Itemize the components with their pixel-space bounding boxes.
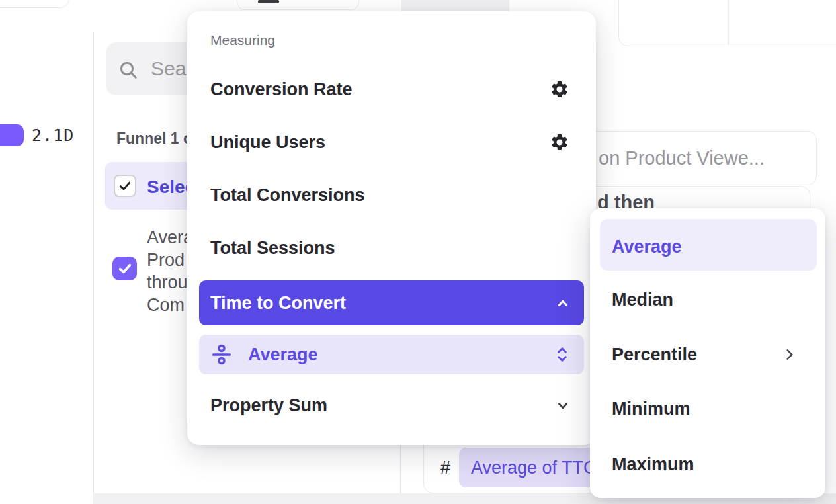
number-type-prefix: # xyxy=(440,458,450,478)
top-right-card-divider xyxy=(728,0,729,45)
metric-line: Com xyxy=(147,294,193,316)
divide-icon xyxy=(211,344,232,365)
agg-item-average[interactable]: Average xyxy=(590,233,825,260)
aggregation-submenu: Average Median Percentile Minimum Maximu… xyxy=(590,208,825,498)
chevron-right-icon xyxy=(783,347,796,362)
checkmark-icon xyxy=(117,261,133,276)
gear-icon[interactable] xyxy=(550,132,569,152)
chevron-down-icon xyxy=(556,400,569,412)
metric-checkbox[interactable] xyxy=(112,257,137,280)
metric-line: throu xyxy=(147,271,193,294)
left-column-divider xyxy=(93,32,94,504)
toolbar-icon-fragment xyxy=(258,0,279,3)
series-badge: 2.1D xyxy=(32,126,74,145)
metric-line: Avera xyxy=(147,226,193,249)
metric-line: Prod xyxy=(147,249,193,271)
up-down-select-icon xyxy=(556,347,568,362)
checkmark-icon xyxy=(118,179,132,193)
agg-item-maximum[interactable]: Maximum xyxy=(590,451,825,478)
top-gray-fragment xyxy=(401,0,509,11)
agg-item-minimum[interactable]: Minimum xyxy=(590,396,825,422)
chevron-up-icon xyxy=(556,297,569,309)
metric-pill-label: Average of TTC xyxy=(471,458,597,478)
search-icon xyxy=(118,60,139,81)
menu-item-time-to-convert[interactable]: Time to Convert xyxy=(199,280,584,325)
agg-item-percentile[interactable]: Percentile xyxy=(590,341,825,368)
app-canvas: on Product Viewe... d then # Average of … xyxy=(0,0,836,504)
funnel-counter-label: Funnel 1 of xyxy=(116,130,198,147)
event-step-text: on Product Viewe... xyxy=(599,147,765,169)
menu-section-header: Measuring xyxy=(210,32,275,48)
menu-item-unique-users[interactable]: Unique Users xyxy=(187,129,596,155)
menu-item-total-conversions[interactable]: Total Conversions xyxy=(187,182,596,208)
top-left-card-fragment xyxy=(0,0,69,8)
top-toolbar-fragment xyxy=(237,0,359,10)
metric-pill-button[interactable]: Average of TTC xyxy=(459,448,599,487)
gear-icon[interactable] xyxy=(550,79,569,99)
measuring-dropdown-menu: Measuring Conversion Rate Unique Users T… xyxy=(187,11,596,445)
menu-item-total-sessions[interactable]: Total Sessions xyxy=(187,235,596,261)
series-color-swatch xyxy=(0,124,24,146)
menu-suboption-average[interactable]: Average xyxy=(199,335,584,374)
menu-item-conversion-rate[interactable]: Conversion Rate xyxy=(187,76,596,103)
agg-item-median[interactable]: Median xyxy=(590,286,825,313)
metric-description: Avera Prod throu Com xyxy=(147,226,193,316)
selected-checkbox[interactable] xyxy=(114,175,136,197)
menu-item-property-sum[interactable]: Property Sum xyxy=(187,392,596,419)
